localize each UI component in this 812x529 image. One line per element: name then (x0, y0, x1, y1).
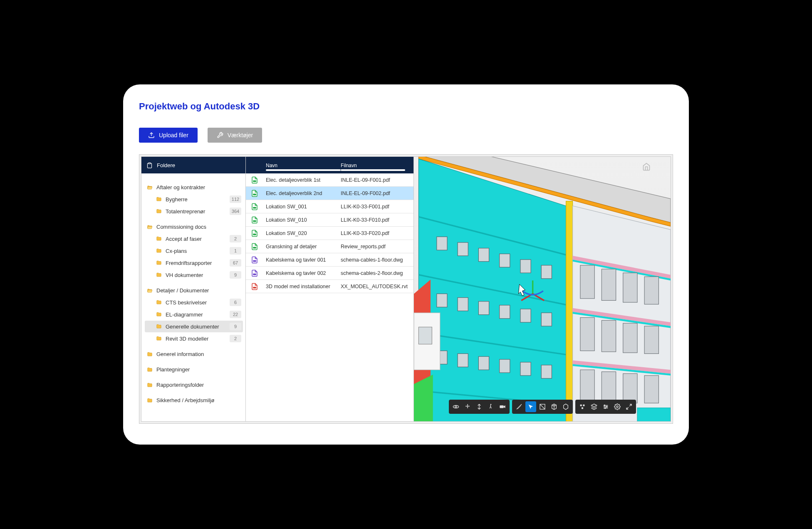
file-filename: Review_reports.pdf (341, 244, 408, 250)
col-header-navn[interactable]: Navn (266, 163, 341, 168)
svg-rect-26 (478, 302, 489, 315)
svg-rect-32 (478, 356, 489, 370)
folder-icon (146, 288, 153, 294)
folder-plantegninger[interactable]: Plantegninger (145, 364, 243, 375)
viewer-panel[interactable] (414, 156, 671, 422)
file-row[interactable]: Lokation SW_001LLIK-K0-33-F001.pdf (246, 200, 413, 213)
svg-rect-31 (458, 353, 468, 367)
svg-rect-50 (623, 273, 637, 302)
folder-icon (156, 208, 162, 214)
viewer-settings-gear-button[interactable] (612, 401, 623, 412)
select-icon (527, 403, 534, 410)
file-row[interactable]: Elec. detaljeoverblik 1stINLE-EL-09-F001… (246, 173, 413, 187)
count-badge: 2 (230, 335, 241, 342)
subfolder-el-diagrammer[interactable]: EL-diagrammer22 (145, 309, 243, 320)
file-icon (250, 189, 259, 198)
folder-icon (146, 185, 153, 190)
properties-icon (562, 403, 569, 410)
svg-rect-49 (602, 269, 616, 300)
subfolder-vh-dokumenter[interactable]: VH dokumenter9 (145, 269, 243, 281)
home-icon[interactable] (642, 163, 651, 171)
file-name: Kabelskema og tavler 002 (266, 270, 341, 276)
svg-rect-55 (644, 326, 659, 353)
folder-tree[interactable]: Aftaler og kontrakterBygherre112Totalent… (141, 173, 245, 421)
viewer-fullscreen-button[interactable] (624, 401, 634, 412)
file-row[interactable]: Kabelskema og tavler 001schema-cables-1-… (246, 253, 413, 267)
subfolder-fremdriftsrapporter[interactable]: Fremdriftsrapporter67 (145, 257, 243, 269)
file-row[interactable]: Lokation SW_020LLIK-K0-33-F020.pdf (246, 227, 413, 240)
viewer-camera-button[interactable] (497, 401, 508, 412)
zoom-icon (476, 403, 483, 410)
viewer-orbit-button[interactable] (451, 401, 461, 412)
svg-rect-25 (458, 298, 468, 311)
svg-rect-3 (253, 193, 256, 195)
page-title: Projektweb og Autodesk 3D (139, 101, 673, 112)
subfolder-bygherre[interactable]: Bygherre112 (145, 193, 243, 205)
file-name: 3D model med installationer (266, 284, 341, 289)
svg-rect-27 (500, 305, 510, 319)
file-list-panel: Navn Filnavn Elec. detaljeoverblik 1stIN… (246, 156, 414, 422)
walk-icon (488, 403, 494, 410)
svg-point-68 (490, 404, 491, 405)
svg-rect-18 (437, 237, 447, 250)
tools-icon (217, 132, 223, 138)
folder-aftaler-og-kontrakter[interactable]: Aftaler og kontrakter (145, 182, 243, 193)
svg-line-85 (629, 404, 631, 406)
svg-rect-28 (520, 309, 531, 322)
tools-button[interactable]: Værktøjer (208, 128, 262, 143)
subfolder-totalentrepren-r[interactable]: Totalentreprenør364 (145, 205, 243, 217)
folder-panel-header: Foldere (141, 157, 245, 173)
subfolder-generelle-dokumenter[interactable]: Generelle dokumenter9 (145, 321, 243, 332)
viewer-model-browser-button[interactable] (549, 401, 559, 412)
folders-icon (146, 162, 153, 168)
file-row[interactable]: Elec. detaljeoverblik 2ndINLE-EL-09-F002… (246, 187, 413, 200)
viewer-settings-list-button[interactable] (600, 401, 611, 412)
viewer-explode-button[interactable] (577, 401, 588, 412)
tools-label: Værktøjer (228, 132, 253, 138)
subfolder-cx-plans[interactable]: Cx-plans1 (145, 245, 243, 257)
svg-rect-56 (580, 370, 594, 403)
folder-rapporteringsfolder[interactable]: Rapporteringsfolder (145, 379, 243, 391)
app-frame: Projektweb og Autodesk 3D Upload filer V… (123, 84, 689, 445)
folder-icon (146, 351, 153, 357)
viewer-zoom-button[interactable] (474, 401, 485, 412)
svg-rect-33 (500, 359, 510, 373)
viewer-properties-button[interactable] (560, 401, 571, 412)
folder-commissioning-docs[interactable]: Commissioning docs (145, 221, 243, 232)
file-row[interactable]: Lokation SW_010LLIK-K0-33-F010.pdf (246, 213, 413, 227)
upload-icon (148, 132, 155, 138)
viewer-pan-button[interactable] (462, 401, 473, 412)
file-row[interactable]: Kabelskema og tavler 002schema-cables-2-… (246, 267, 413, 280)
file-filename: schema-cables-2-floor.dwg (341, 270, 408, 276)
viewer-walk-button[interactable] (485, 401, 496, 412)
folder-icon (146, 224, 153, 230)
svg-rect-35 (541, 365, 552, 378)
file-name: Lokation SW_010 (266, 217, 341, 223)
viewer-select-button[interactable] (525, 401, 536, 412)
viewer-measure-button[interactable] (514, 401, 525, 412)
fullscreen-icon (626, 403, 632, 410)
col-header-filnavn[interactable]: Filnavn (341, 163, 405, 168)
viewer-section-button[interactable] (537, 401, 548, 412)
svg-point-81 (604, 405, 605, 406)
svg-rect-2 (253, 180, 256, 182)
upload-button[interactable]: Upload filer (139, 128, 198, 143)
folder-detaljer-dokumenter[interactable]: Detaljer / Dokumenter (145, 285, 243, 296)
subfolder-revit-3d-modeller[interactable]: Revit 3D modeller2 (145, 333, 243, 344)
viewer-layers-button[interactable] (589, 401, 599, 412)
subfolder-cts-beskrivelser[interactable]: CTS beskrivelser6 (145, 297, 243, 308)
folder-sikkerhed-arbejdsmilj-[interactable]: Sikkerhed / Arbejdsmiljø (145, 395, 243, 406)
file-row[interactable]: 3D model med installationerXX_MODEL_AUTO… (246, 280, 413, 293)
folder-generel-information[interactable]: Generel information (145, 349, 243, 360)
subfolder-accept-af-faser[interactable]: Accept af faser2 (145, 233, 243, 245)
settings-list-icon (602, 403, 609, 410)
file-row[interactable]: Granskning af detaljerReview_reports.pdf (246, 240, 413, 253)
file-name: Lokation SW_020 (266, 230, 341, 236)
file-icon (250, 256, 259, 264)
viewer-scene[interactable] (414, 157, 671, 421)
file-filename: LLIK-K0-33-F020.pdf (341, 230, 408, 236)
file-list[interactable]: Elec. detaljeoverblik 1stINLE-EL-09-F001… (246, 173, 413, 421)
svg-rect-48 (580, 265, 594, 299)
model-browser-icon (551, 403, 557, 410)
pan-icon (464, 403, 471, 410)
